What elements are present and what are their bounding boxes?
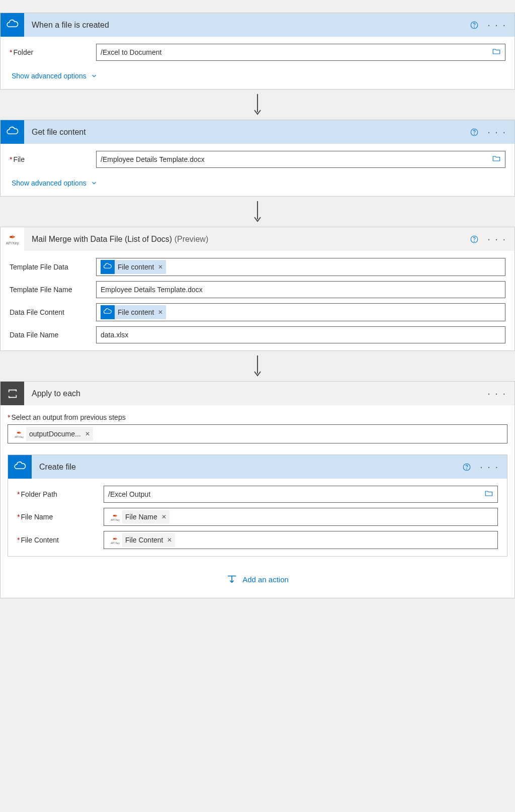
folder-picker-icon[interactable]: [492, 154, 501, 165]
token-remove-icon[interactable]: ✕: [167, 536, 172, 544]
file-value: /Employee Details Template.docx: [101, 154, 205, 164]
step-header[interactable]: Create file · · ·: [8, 455, 507, 479]
step-title: When a file is created: [24, 21, 469, 30]
token-remove-icon[interactable]: ✕: [158, 263, 163, 270]
output-docs-token[interactable]: ✒API Key outputDocume... ✕: [12, 427, 93, 441]
template-name-input[interactable]: Employee Details Template.docx: [96, 281, 505, 298]
help-icon[interactable]: [469, 20, 479, 30]
api-key-icon: ✒API Key: [108, 510, 122, 524]
loop-icon: [1, 382, 24, 405]
step-createfile-card: Create file · · · *Folder Path /Excel Ou…: [8, 455, 507, 557]
svg-point-7: [474, 241, 475, 241]
onedrive-icon: [8, 455, 32, 479]
folder-value: /Excel to Document: [101, 47, 161, 57]
step-header[interactable]: Get file content · · ·: [1, 120, 514, 144]
data-content-input[interactable]: File content ✕: [96, 303, 505, 321]
token-remove-icon[interactable]: ✕: [85, 430, 90, 437]
add-action-icon: [226, 574, 237, 585]
more-icon[interactable]: · · ·: [484, 388, 509, 400]
flow-arrow: [0, 197, 515, 227]
file-content-token[interactable]: File content ✕: [101, 305, 166, 319]
more-icon[interactable]: · · ·: [477, 461, 502, 473]
more-icon[interactable]: · · ·: [484, 233, 509, 245]
more-icon[interactable]: · · ·: [484, 126, 509, 138]
onedrive-icon: [1, 13, 24, 37]
help-icon[interactable]: [469, 127, 479, 137]
step-header[interactable]: When a file is created · · ·: [1, 13, 514, 37]
file-content-input[interactable]: ✒API Key File Content ✕: [104, 531, 498, 549]
field-label: Data File Name: [10, 331, 96, 339]
folder-path-input[interactable]: /Excel Output: [104, 486, 498, 503]
select-output-input[interactable]: ✒API Key outputDocume... ✕: [8, 424, 507, 443]
svg-point-4: [474, 134, 475, 134]
select-output-label: *Select an output from previous steps: [8, 413, 507, 421]
data-name-input[interactable]: data.xlsx: [96, 326, 505, 343]
onedrive-icon: [1, 120, 24, 144]
api-key-icon: ✒API Key: [1, 227, 24, 251]
field-label-file: *File: [10, 155, 96, 163]
onedrive-icon: [101, 305, 115, 319]
file-content-token[interactable]: ✒API Key File Content ✕: [108, 533, 175, 547]
help-icon[interactable]: [469, 234, 479, 244]
file-name-token[interactable]: ✒API Key File Name ✕: [108, 510, 169, 524]
folder-input[interactable]: /Excel to Document: [96, 44, 505, 61]
step-title: Apply to each: [24, 389, 484, 398]
flow-arrow: [0, 351, 515, 381]
add-action-label: Add an action: [242, 575, 289, 584]
onedrive-icon: [101, 260, 115, 274]
step-title: Get file content: [24, 128, 469, 137]
field-label-folder: *Folder: [10, 48, 96, 56]
step-title: Mail Merge with Data File (List of Docs)…: [24, 235, 469, 244]
help-icon[interactable]: [462, 462, 472, 472]
svg-point-1: [474, 27, 475, 27]
step-mailmerge-card: ✒API Key Mail Merge with Data File (List…: [0, 227, 515, 351]
field-label: *File Content: [17, 536, 104, 544]
chevron-down-icon: [91, 179, 98, 187]
more-icon[interactable]: · · ·: [484, 19, 509, 31]
show-advanced-link[interactable]: Show advanced options: [10, 66, 100, 82]
file-content-token[interactable]: File content ✕: [101, 260, 166, 274]
field-label: Template File Name: [10, 286, 96, 294]
chevron-down-icon: [91, 72, 98, 79]
field-label: Data File Content: [10, 308, 96, 316]
add-action-button[interactable]: Add an action: [8, 557, 507, 591]
template-name-value: Employee Details Template.docx: [101, 285, 203, 295]
step-applyeach-card: Apply to each · · · *Select an output fr…: [0, 381, 515, 598]
field-label: *Folder Path: [17, 490, 104, 498]
file-name-input[interactable]: ✒API Key File Name ✕: [104, 508, 498, 526]
show-advanced-link[interactable]: Show advanced options: [10, 173, 100, 189]
folder-picker-icon[interactable]: [484, 489, 493, 500]
field-label: *File Name: [17, 513, 104, 521]
svg-point-10: [467, 469, 467, 469]
folder-picker-icon[interactable]: [492, 47, 501, 58]
token-remove-icon[interactable]: ✕: [161, 513, 166, 520]
folder-path-value: /Excel Output: [108, 489, 150, 499]
step-trigger-card: When a file is created · · · *Folder /Ex…: [0, 13, 515, 89]
step-header[interactable]: Apply to each · · ·: [1, 382, 514, 405]
field-label: Template File Data: [10, 263, 96, 271]
step-header[interactable]: ✒API Key Mail Merge with Data File (List…: [1, 227, 514, 251]
step-title: Create file: [32, 463, 462, 472]
step-getfile-card: Get file content · · · *File /Employee D…: [0, 120, 515, 197]
api-key-icon: ✒API Key: [12, 427, 26, 441]
api-key-icon: ✒API Key: [108, 533, 122, 547]
file-input[interactable]: /Employee Details Template.docx: [96, 151, 505, 168]
flow-arrow: [0, 89, 515, 120]
template-data-input[interactable]: File content ✕: [96, 258, 505, 276]
token-remove-icon[interactable]: ✕: [158, 309, 163, 316]
data-name-value: data.xlsx: [101, 330, 128, 340]
